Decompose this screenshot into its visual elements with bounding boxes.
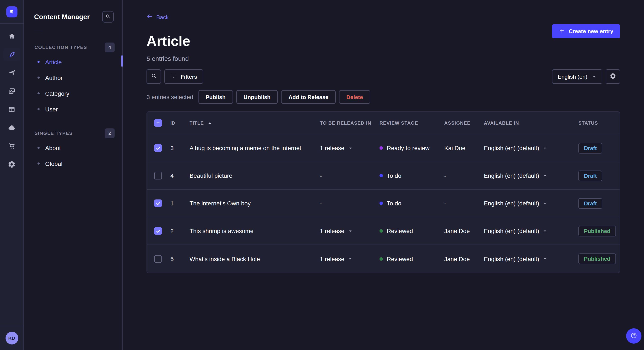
bullet-icon xyxy=(38,108,40,110)
cell-review-stage: Ready to review xyxy=(380,145,444,151)
cell-review-stage: Reviewed xyxy=(380,227,444,234)
main-content: Back Article 5 entries found Create new … xyxy=(123,0,644,350)
sidebar-item-user[interactable]: User xyxy=(24,101,122,117)
main-nav-rail: KD xyxy=(0,0,24,350)
nav-content-type-builder-icon[interactable] xyxy=(3,103,20,116)
cell-to-be-released-in[interactable]: 1 release xyxy=(320,145,380,151)
cell-available-in[interactable]: English (en) (default) xyxy=(484,255,578,262)
table-row: 2 This shrimp is awesome 1 release Revie… xyxy=(147,217,620,245)
cell-assignee: - xyxy=(444,200,484,207)
cell-review-stage: To do xyxy=(380,172,444,179)
nav-deploy-icon[interactable] xyxy=(3,121,20,134)
status-badge: Draft xyxy=(578,170,602,181)
cell-to-be-released-in: - xyxy=(320,172,380,179)
cell-to-be-released-in[interactable]: 1 release xyxy=(320,227,380,234)
sort-asc-icon xyxy=(207,121,212,125)
bullet-icon xyxy=(38,92,40,94)
cell-to-be-released-in[interactable]: 1 release xyxy=(320,255,380,262)
strapi-logo-icon[interactable] xyxy=(6,6,17,17)
select-all-checkbox[interactable] xyxy=(154,119,162,127)
create-new-entry-button[interactable]: Create new entry xyxy=(552,24,620,38)
cell-available-in[interactable]: English (en) (default) xyxy=(484,145,578,151)
collection-types-count-badge: 4 xyxy=(105,42,114,52)
status-badge: Draft xyxy=(578,198,602,209)
cell-available-in[interactable]: English (en) (default) xyxy=(484,172,578,179)
column-header-review-stage: REVIEW STAGE xyxy=(380,120,444,126)
bullet-icon xyxy=(38,61,40,63)
chevron-down-icon xyxy=(543,146,547,150)
bullet-icon xyxy=(38,77,40,79)
row-checkbox[interactable] xyxy=(154,199,162,207)
nav-settings-icon[interactable] xyxy=(3,157,20,171)
page-title: Article xyxy=(146,33,620,49)
cell-id: 3 xyxy=(170,145,190,151)
nav-media-library-icon[interactable] xyxy=(3,84,20,98)
search-icon xyxy=(150,73,157,80)
sidebar-title: Content Manager xyxy=(34,13,90,21)
status-badge: Published xyxy=(578,226,616,236)
cell-available-in[interactable]: English (en) (default) xyxy=(484,227,578,234)
search-icon xyxy=(105,13,111,20)
row-checkbox[interactable] xyxy=(154,172,162,179)
stage-dot-icon xyxy=(380,229,383,233)
cell-assignee: Jane Doe xyxy=(444,227,484,234)
cell-assignee: - xyxy=(444,172,484,179)
locale-select[interactable]: English (en) xyxy=(552,69,602,84)
content-manager-sidebar: Content Manager COLLECTION TYPES 4 Artic… xyxy=(24,0,123,350)
sidebar-item-author[interactable]: Author xyxy=(24,70,122,85)
cell-review-stage: To do xyxy=(380,200,444,207)
nav-marketplace-icon[interactable] xyxy=(3,139,20,153)
plus-icon xyxy=(559,28,565,35)
column-header-title[interactable]: TITLE xyxy=(190,120,320,126)
stage-dot-icon xyxy=(380,257,383,260)
sidebar-divider xyxy=(34,31,42,31)
section-label-single-types: SINGLE TYPES xyxy=(34,131,72,136)
cell-id: 4 xyxy=(170,172,190,179)
cell-to-be-released-in: - xyxy=(320,200,380,207)
column-header-id: ID xyxy=(170,120,190,126)
cell-title: A bug is becoming a meme on the internet xyxy=(190,145,320,151)
entries-table: ID TITLE TO BE RELEASED IN REVIEW STAGE … xyxy=(146,111,620,273)
chevron-down-icon xyxy=(348,257,352,261)
publish-button[interactable]: Publish xyxy=(198,90,233,104)
column-header-assignee: ASSIGNEE xyxy=(444,120,484,126)
strapi-logo-wrap xyxy=(0,0,24,24)
row-checkbox[interactable] xyxy=(154,255,162,263)
cell-assignee: Jane Doe xyxy=(444,255,484,262)
sidebar-search-button[interactable] xyxy=(102,11,114,22)
delete-button[interactable]: Delete xyxy=(339,90,370,104)
stage-dot-icon xyxy=(380,201,383,205)
unpublish-button[interactable]: Unpublish xyxy=(236,90,278,104)
bullet-icon xyxy=(38,147,40,149)
nav-content-manager-icon[interactable] xyxy=(3,48,20,61)
search-entries-button[interactable] xyxy=(146,69,161,84)
sidebar-item-about[interactable]: About xyxy=(24,140,122,156)
nav-home-icon[interactable] xyxy=(3,29,20,43)
column-header-to-be-released-in: TO BE RELEASED IN xyxy=(320,120,380,126)
back-link[interactable]: Back xyxy=(146,13,169,21)
filters-button[interactable]: Filters xyxy=(164,69,203,84)
help-button[interactable] xyxy=(626,328,642,344)
cell-title: This shrimp is awesome xyxy=(190,227,320,234)
list-settings-button[interactable] xyxy=(606,69,620,84)
row-checkbox[interactable] xyxy=(154,227,162,235)
filter-icon xyxy=(170,73,177,80)
cell-available-in[interactable]: English (en) (default) xyxy=(484,200,578,207)
row-checkbox[interactable] xyxy=(154,144,162,152)
question-mark-icon xyxy=(630,332,638,341)
back-arrow-icon xyxy=(146,13,153,21)
add-to-release-button[interactable]: Add to Release xyxy=(281,90,336,104)
strapi-content-manager: KD Content Manager COLLECTION TYPES 4 Ar… xyxy=(0,0,644,350)
user-avatar[interactable]: KD xyxy=(5,332,18,345)
cell-id: 5 xyxy=(170,255,190,262)
table-header-row: ID TITLE TO BE RELEASED IN REVIEW STAGE … xyxy=(147,112,620,134)
sidebar-item-article[interactable]: Article xyxy=(24,54,122,70)
chevron-down-icon xyxy=(543,174,547,177)
sidebar-item-global[interactable]: Global xyxy=(24,156,122,172)
stage-dot-icon xyxy=(380,146,383,150)
cell-title: Beautiful picture xyxy=(190,172,320,179)
nav-releases-icon[interactable] xyxy=(3,66,20,80)
chevron-down-icon xyxy=(348,229,352,233)
sidebar-item-category[interactable]: Category xyxy=(24,85,122,101)
selection-summary: 3 entries selected xyxy=(146,94,193,100)
